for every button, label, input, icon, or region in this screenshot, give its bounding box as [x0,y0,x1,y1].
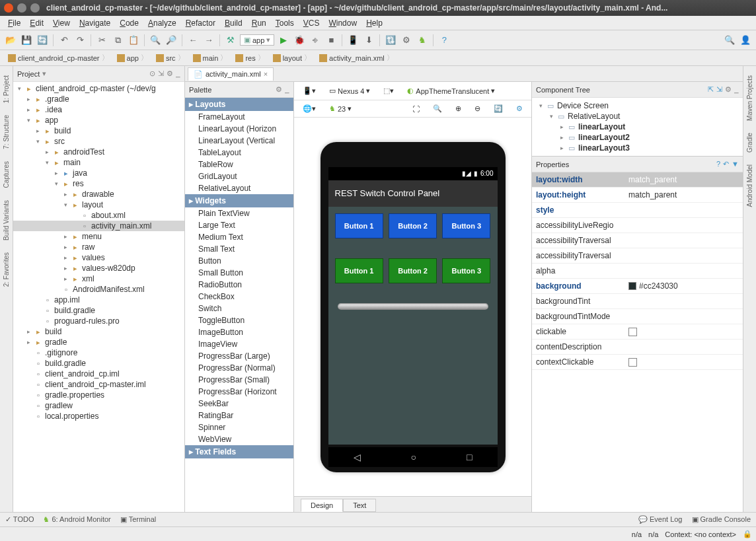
tree-item[interactable]: ▾▸src [13,136,184,147]
props-help-icon[interactable]: ? [716,160,720,168]
app-theme-selector[interactable]: ◐ AppThemeTranslucent ▾ [402,85,500,97]
property-row[interactable]: contextClickable [532,355,743,370]
rail-tab[interactable]: Captures [3,159,10,191]
build-icon[interactable]: ⚒ [224,34,237,47]
tree-item[interactable]: ▫app.iml [13,295,184,305]
menu-analyze[interactable]: Analyze [144,17,180,29]
palette-gear-icon[interactable]: ⚙ [276,85,282,94]
search-everywhere-icon[interactable]: 🔍 [723,34,736,47]
avd-icon[interactable]: 📱 [346,34,359,47]
expand-icon[interactable]: ⇱ [708,85,714,94]
component-tree-item[interactable]: ▸▭linearLayout3 [535,143,740,153]
run-icon[interactable]: ▶ [277,34,290,47]
phone-button[interactable]: Button 2 [389,258,437,283]
palette-item[interactable]: Plain TextView [185,207,293,219]
rail-tab[interactable]: Gradle [746,130,753,155]
close-tab-icon[interactable]: × [264,70,268,78]
property-row[interactable]: accessibilityTraversal [532,248,743,264]
tree-item[interactable]: ▸▸gradle [13,337,184,347]
back-icon[interactable]: ← [186,34,200,47]
tree-item[interactable]: ▸▸raw [13,242,184,252]
palette-item[interactable]: ProgressBar (Horizont [185,386,293,398]
menu-edit[interactable]: Edit [26,17,48,29]
breadcrumb-item[interactable]: src〉 [152,52,189,64]
user-icon[interactable]: 👤 [739,34,752,47]
breadcrumb-item[interactable]: activity_main.xml〉 [315,52,398,64]
event-log-tab[interactable]: 💬 Event Log [638,515,683,524]
orientation-icon[interactable]: 📱▾ [298,85,321,97]
menu-help[interactable]: Help [362,17,387,29]
menu-refactor[interactable]: Refactor [182,17,219,29]
breadcrumb-item[interactable]: res〉 [231,52,268,64]
tree-item[interactable]: ▸▸androidTest [13,147,184,157]
palette-item[interactable]: WebView [185,433,293,445]
palette-item[interactable]: CheckBox [185,291,293,303]
rail-tab[interactable]: 1: Project [3,73,10,106]
palette-item[interactable]: ProgressBar (Normal) [185,362,293,374]
find-icon[interactable]: 🔍 [149,34,162,47]
palette-item[interactable]: Spinner [185,421,293,433]
component-tree-item[interactable]: ▸▭linearLayout2 [535,132,740,143]
open-icon[interactable]: 📂 [4,34,17,47]
tree-hide-icon[interactable]: ⎯ [734,85,739,94]
component-tree-item[interactable]: ▸▭linearLayout [535,122,740,132]
tree-item[interactable]: ▸▸drawable [13,189,184,199]
window-minimize-button[interactable] [17,3,26,13]
todo-tab[interactable]: ✓ TODO [5,515,34,524]
zoom-in-icon[interactable]: ⊕ [451,102,466,115]
save-icon[interactable]: 💾 [20,34,33,47]
tree-item[interactable]: ▫proguard-rules.pro [13,316,184,326]
stop-icon[interactable]: ■ [324,34,338,47]
terminal-tab[interactable]: ▣ Terminal [120,515,156,524]
palette-item[interactable]: ImageButton [185,326,293,338]
tree-item[interactable]: ▸▸xml [13,273,184,284]
property-row[interactable]: backgroundTint [532,294,743,309]
props-filter-icon[interactable]: ▼ [732,160,739,168]
palette-item[interactable]: ProgressBar (Large) [185,350,293,362]
replace-icon[interactable]: 🔎 [165,34,178,47]
palette-item[interactable]: Button [185,255,293,267]
device-selector[interactable]: ▭ Nexus 4 ▾ [324,85,375,97]
component-tree-item[interactable]: ▾▭Device Screen [535,100,740,111]
palette-item[interactable]: LinearLayout (Vertical [185,135,293,147]
sync-icon[interactable]: 🔄 [36,34,49,47]
tree-item[interactable]: ▫client_android_cp-master.iml [13,379,184,390]
palette-item[interactable]: FrameLayout [185,111,293,123]
tree-item[interactable]: ▸▸values [13,252,184,263]
rail-tab[interactable]: Android Model [746,162,753,209]
home-nav-icon[interactable]: ○ [411,452,416,462]
redo-icon[interactable]: ↷ [73,34,87,47]
refresh-icon[interactable]: 🔄 [489,102,508,115]
tree-item[interactable]: ▫about.xml [13,210,184,221]
tree-item[interactable]: ▸▸java [13,168,184,178]
palette-item[interactable]: Small Button [185,267,293,279]
breadcrumb-item[interactable]: app〉 [113,52,152,64]
property-row[interactable]: backgroundTintMode [532,309,743,324]
android-icon[interactable]: ♞ [416,34,429,47]
project-hide-icon[interactable]: ⎯ [176,69,180,78]
rail-tab[interactable]: 2: Favorites [3,250,10,289]
palette-item[interactable]: Small Text [185,243,293,255]
phone-button[interactable]: Button 1 [335,213,383,238]
tree-item[interactable]: ▸▸.gradle [13,94,184,104]
cut-icon[interactable]: ✂ [95,34,108,47]
property-row[interactable]: layout:widthmatch_parent [532,172,743,188]
editor-tab[interactable]: 📄 activity_main.xml × [188,67,274,81]
window-maximize-button[interactable] [30,3,40,13]
palette-hide-icon[interactable]: ⎯ [285,85,289,94]
phone-button[interactable]: Button 2 [389,213,437,238]
tree-item[interactable]: ▫build.gradle [13,358,184,369]
tree-item[interactable]: ▸▸values-w820dp [13,263,184,273]
tree-gear-icon[interactable]: ⚙ [725,85,732,94]
zoom-fit-icon[interactable]: ⛶ [408,103,424,115]
rail-tab[interactable]: Maven Projects [746,73,753,124]
property-row[interactable]: alpha [532,264,743,279]
collapse-icon[interactable]: ⇲ [716,85,722,94]
tree-item[interactable]: ▫client_android_cp.iml [13,369,184,379]
property-row[interactable]: style [532,203,743,218]
tree-item[interactable]: ▫activity_main.xml [13,221,184,231]
text-tab[interactable]: Text [343,499,376,512]
tree-item[interactable]: ▾▸res [13,178,184,189]
palette-item[interactable]: RatingBar [185,410,293,421]
menu-navigate[interactable]: Navigate [75,17,114,29]
